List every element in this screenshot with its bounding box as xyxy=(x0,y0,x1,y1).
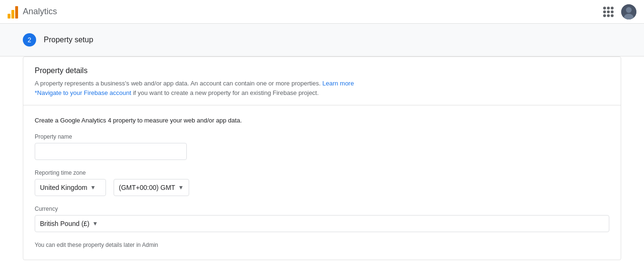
svg-point-1 xyxy=(626,7,632,13)
step-header: 2 Property setup xyxy=(0,24,644,56)
app-title: Analytics xyxy=(23,7,57,17)
firebase-link-suffix: if you want to create a new property for… xyxy=(131,89,319,96)
property-name-input[interactable] xyxy=(35,143,187,160)
footer-note: You can edit these property details late… xyxy=(35,242,609,248)
timezone-dropdown[interactable]: (GMT+00:00) GMT ▼ xyxy=(114,179,189,196)
grid-dot xyxy=(611,10,614,13)
currency-dropdown-value: British Pound (£) xyxy=(40,220,89,227)
timezone-dropdown-arrow: ▼ xyxy=(178,184,184,191)
country-dropdown[interactable]: United Kingdom ▼ xyxy=(35,179,106,196)
property-name-label: Property name xyxy=(35,133,609,140)
card-desc-text: A property represents a business's web a… xyxy=(35,80,321,87)
grid-dot xyxy=(611,7,614,9)
step-badge: 2 xyxy=(23,33,36,47)
header-right xyxy=(603,4,636,19)
timezone-label: Reporting time zone xyxy=(35,169,609,176)
currency-group: Currency British Pound (£) ▼ xyxy=(35,206,609,232)
property-name-group: Property name xyxy=(35,133,609,160)
property-details-card: Property details A property represents a… xyxy=(23,56,621,260)
avatar[interactable] xyxy=(621,4,636,19)
card-description: A property represents a business's web a… xyxy=(35,79,609,97)
currency-dropdown[interactable]: British Pound (£) ▼ xyxy=(35,215,609,232)
grid-dot xyxy=(607,10,610,13)
timezone-dropdown-value: (GMT+00:00) GMT xyxy=(119,184,175,191)
apps-grid-icon[interactable] xyxy=(603,7,614,17)
currency-label: Currency xyxy=(35,206,609,212)
main-content: Property details A property represents a… xyxy=(0,56,644,260)
currency-dropdown-arrow: ▼ xyxy=(92,220,98,227)
logo-bar-2 xyxy=(11,10,14,19)
card-header: Property details A property represents a… xyxy=(23,57,621,105)
firebase-link[interactable]: *Navigate to your Firebase account xyxy=(35,89,131,96)
card-title: Property details xyxy=(35,66,609,75)
timezone-dropdowns-row: United Kingdom ▼ (GMT+00:00) GMT ▼ xyxy=(35,179,609,196)
analytics-logo xyxy=(8,5,18,19)
grid-dot xyxy=(603,14,606,17)
card-body: Create a Google Analytics 4 property to … xyxy=(23,105,621,260)
country-dropdown-value: United Kingdom xyxy=(40,184,87,191)
header: Analytics xyxy=(0,0,644,24)
grid-dot xyxy=(611,14,614,17)
grid-dot xyxy=(603,7,606,9)
section-intro: Create a Google Analytics 4 property to … xyxy=(35,117,609,124)
grid-dot xyxy=(607,14,610,17)
timezone-group: Reporting time zone United Kingdom ▼ (GM… xyxy=(35,169,609,196)
logo-bar-3 xyxy=(15,6,18,19)
logo-bar-1 xyxy=(8,14,10,19)
grid-dot xyxy=(603,10,606,13)
country-dropdown-arrow: ▼ xyxy=(90,184,96,191)
grid-dot xyxy=(607,7,610,9)
avatar-image xyxy=(621,4,636,19)
learn-more-link[interactable]: Learn more xyxy=(322,80,354,87)
header-left: Analytics xyxy=(8,5,57,19)
step-title: Property setup xyxy=(44,36,93,44)
